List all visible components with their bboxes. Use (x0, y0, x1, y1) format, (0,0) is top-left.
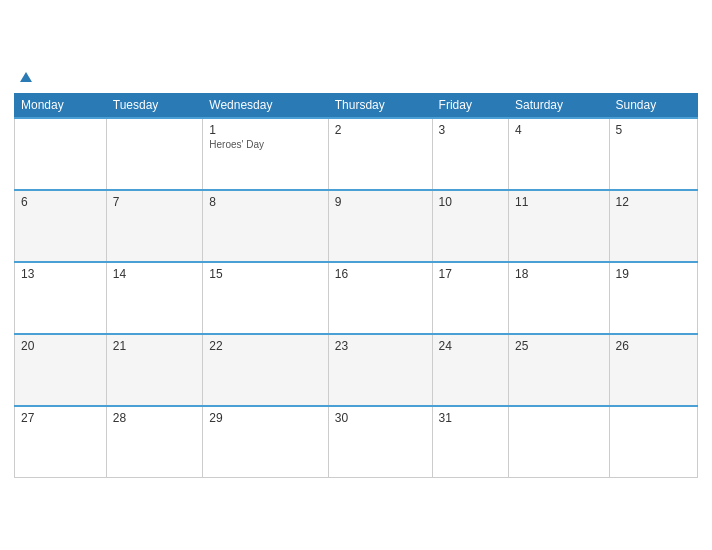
day-number: 1 (209, 123, 321, 137)
day-number: 8 (209, 195, 321, 209)
calendar-week-row: 13141516171819 (15, 262, 698, 334)
weekday-header: Wednesday (203, 93, 328, 118)
calendar-cell: 28 (106, 406, 203, 478)
day-number: 14 (113, 267, 197, 281)
calendar-cell: 5 (609, 118, 698, 190)
calendar-cell: 12 (609, 190, 698, 262)
calendar-container: MondayTuesdayWednesdayThursdayFridaySatu… (6, 62, 706, 489)
day-number: 20 (21, 339, 100, 353)
day-number: 5 (616, 123, 692, 137)
calendar-cell: 29 (203, 406, 328, 478)
day-number: 24 (439, 339, 502, 353)
calendar-cell: 25 (508, 334, 609, 406)
calendar-cell: 20 (15, 334, 107, 406)
logo-triangle-icon (20, 72, 32, 82)
calendar-cell: 15 (203, 262, 328, 334)
calendar-cell (15, 118, 107, 190)
calendar-cell: 18 (508, 262, 609, 334)
day-number: 27 (21, 411, 100, 425)
calendar-cell: 13 (15, 262, 107, 334)
day-number: 22 (209, 339, 321, 353)
calendar-week-row: 1Heroes' Day2345 (15, 118, 698, 190)
weekday-header: Sunday (609, 93, 698, 118)
weekday-header: Thursday (328, 93, 432, 118)
day-number: 10 (439, 195, 502, 209)
calendar-cell: 1Heroes' Day (203, 118, 328, 190)
calendar-cell: 10 (432, 190, 508, 262)
day-number: 26 (616, 339, 692, 353)
calendar-header (14, 72, 698, 83)
calendar-cell: 2 (328, 118, 432, 190)
logo (18, 72, 32, 83)
day-number: 17 (439, 267, 502, 281)
day-number: 28 (113, 411, 197, 425)
calendar-week-row: 2728293031 (15, 406, 698, 478)
day-number: 12 (616, 195, 692, 209)
calendar-cell: 4 (508, 118, 609, 190)
day-number: 23 (335, 339, 426, 353)
calendar-cell: 24 (432, 334, 508, 406)
logo-blue-text (18, 72, 32, 83)
day-number: 6 (21, 195, 100, 209)
day-event: Heroes' Day (209, 139, 321, 150)
calendar-cell: 8 (203, 190, 328, 262)
calendar-week-row: 20212223242526 (15, 334, 698, 406)
day-number: 7 (113, 195, 197, 209)
calendar-cell: 3 (432, 118, 508, 190)
calendar-cell: 9 (328, 190, 432, 262)
day-number: 2 (335, 123, 426, 137)
calendar-cell (106, 118, 203, 190)
calendar-cell: 6 (15, 190, 107, 262)
day-number: 4 (515, 123, 603, 137)
day-number: 15 (209, 267, 321, 281)
day-number: 31 (439, 411, 502, 425)
day-number: 11 (515, 195, 603, 209)
day-number: 29 (209, 411, 321, 425)
calendar-cell: 11 (508, 190, 609, 262)
calendar-cell: 27 (15, 406, 107, 478)
calendar-cell: 7 (106, 190, 203, 262)
calendar-cell: 19 (609, 262, 698, 334)
calendar-cell: 21 (106, 334, 203, 406)
calendar-grid: MondayTuesdayWednesdayThursdayFridaySatu… (14, 93, 698, 479)
calendar-week-row: 6789101112 (15, 190, 698, 262)
day-number: 21 (113, 339, 197, 353)
calendar-cell: 14 (106, 262, 203, 334)
calendar-cell: 26 (609, 334, 698, 406)
day-number: 3 (439, 123, 502, 137)
calendar-cell: 16 (328, 262, 432, 334)
weekday-header: Friday (432, 93, 508, 118)
weekday-header: Monday (15, 93, 107, 118)
calendar-cell: 30 (328, 406, 432, 478)
calendar-cell: 31 (432, 406, 508, 478)
calendar-cell: 17 (432, 262, 508, 334)
day-number: 9 (335, 195, 426, 209)
calendar-cell: 23 (328, 334, 432, 406)
calendar-cell (609, 406, 698, 478)
calendar-cell: 22 (203, 334, 328, 406)
day-number: 13 (21, 267, 100, 281)
day-number: 18 (515, 267, 603, 281)
weekday-header: Saturday (508, 93, 609, 118)
day-number: 30 (335, 411, 426, 425)
day-number: 19 (616, 267, 692, 281)
day-number: 25 (515, 339, 603, 353)
calendar-cell (508, 406, 609, 478)
day-number: 16 (335, 267, 426, 281)
weekday-header-row: MondayTuesdayWednesdayThursdayFridaySatu… (15, 93, 698, 118)
weekday-header: Tuesday (106, 93, 203, 118)
